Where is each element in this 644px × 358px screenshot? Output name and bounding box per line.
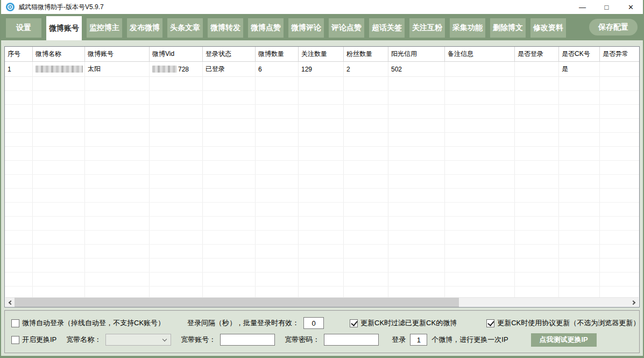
empty-cell (559, 91, 600, 104)
tab-item-6[interactable]: 微博点赞 (248, 18, 284, 38)
empty-cell (445, 133, 515, 146)
column-header-11[interactable]: 是否CK号 (559, 47, 600, 61)
empty-cell (445, 245, 515, 258)
vid-suffix: 728 (178, 66, 189, 73)
broadband-password-input[interactable] (324, 334, 379, 346)
empty-cell (445, 91, 515, 104)
login-count-input[interactable] (410, 334, 427, 346)
column-header-8[interactable]: 阳光信用 (388, 47, 445, 61)
empty-cell (388, 189, 445, 202)
empty-cell (559, 217, 600, 230)
broadband-account-input[interactable] (220, 334, 275, 346)
empty-cell (150, 119, 203, 132)
broadband-password-label: 宽带密码： (285, 335, 320, 345)
empty-cell (600, 147, 640, 160)
save-config-button[interactable]: 保存配置 (589, 19, 638, 35)
empty-cell (559, 105, 600, 118)
column-header-3[interactable]: 微博Vid (150, 47, 203, 61)
empty-cell (344, 91, 388, 104)
protocol-update-checkbox[interactable] (486, 319, 494, 327)
enable-ip-label: 开启更换IP (22, 335, 56, 345)
tab-item-8[interactable]: 评论点赞 (329, 18, 364, 38)
empty-cell (515, 133, 559, 146)
tab-item-10[interactable]: 关注互粉 (409, 18, 445, 38)
broadband-name-select[interactable] (105, 334, 171, 346)
empty-cell (600, 161, 640, 174)
column-header-12[interactable]: 是否异常 (600, 47, 640, 61)
empty-cell (33, 245, 85, 258)
censored-name-block (36, 66, 83, 73)
tab-item-13[interactable]: 修改资料 (530, 18, 566, 38)
empty-cell (150, 273, 203, 286)
column-header-7[interactable]: 粉丝数量 (344, 47, 388, 61)
empty-cell (344, 217, 388, 230)
empty-cell (256, 77, 299, 90)
column-header-5[interactable]: 微博数量 (256, 47, 299, 61)
empty-cell (33, 203, 85, 216)
empty-cell (5, 189, 33, 202)
empty-cell (388, 203, 445, 216)
empty-cell (299, 147, 344, 160)
empty-cell (559, 203, 600, 216)
column-header-9[interactable]: 备注信息 (445, 47, 515, 61)
empty-cell (5, 231, 33, 244)
tab-item-7[interactable]: 微博评论 (288, 18, 324, 38)
empty-cell (150, 189, 203, 202)
name-cell (33, 62, 85, 76)
empty-cell (515, 203, 559, 216)
empty-cell (5, 91, 33, 104)
empty-cell (33, 189, 85, 202)
login-interval-input[interactable] (303, 317, 324, 329)
scroll-right-icon[interactable] (629, 298, 639, 307)
column-header-6[interactable]: 关注数量 (299, 47, 344, 61)
enable-ip-checkbox[interactable] (11, 336, 19, 344)
tab-item-4[interactable]: 头条文章 (167, 18, 203, 38)
empty-cell (388, 133, 445, 146)
table-header-row: 序号微博名称微博账号微博Vid登录状态微博数量关注数量粉丝数量阳光信用备注信息是… (5, 47, 639, 62)
column-header-1[interactable]: 微博名称 (33, 47, 85, 61)
horizontal-scrollbar[interactable] (5, 297, 639, 306)
close-button[interactable]: ✕ (619, 0, 643, 14)
column-header-10[interactable]: 是否登录 (515, 47, 559, 61)
minimize-button[interactable]: — (570, 0, 595, 14)
empty-table-row (5, 203, 639, 217)
test-change-ip-button[interactable]: 点我测试更换IP (531, 333, 597, 347)
column-header-4[interactable]: 登录状态 (203, 47, 256, 61)
table-row[interactable]: 1 太阳 728 已登录 6 129 2 502 是 (5, 62, 639, 77)
auto-login-checkbox[interactable] (11, 319, 19, 327)
empty-cell (33, 259, 85, 272)
tab-item-5[interactable]: 微博转发 (208, 18, 243, 38)
filter-ck-checkbox[interactable] (350, 319, 358, 327)
tab-item-0[interactable]: 设置 (6, 18, 41, 38)
tab-item-1[interactable]: 微博账号 (46, 16, 82, 40)
empty-cell (299, 273, 344, 286)
empty-cell (85, 147, 150, 160)
follow-count-cell: 129 (299, 62, 344, 76)
empty-cell (299, 105, 344, 118)
empty-cell (388, 91, 445, 104)
empty-cell (600, 189, 640, 202)
tab-item-3[interactable]: 发布微博 (127, 18, 162, 38)
serial-cell: 1 (5, 62, 33, 76)
tab-item-11[interactable]: 采集功能 (450, 18, 485, 38)
maximize-button[interactable]: □ (595, 0, 619, 14)
empty-cell (85, 231, 150, 244)
empty-cell (445, 105, 515, 118)
fans-count-cell: 2 (344, 62, 388, 76)
scrollbar-thumb[interactable] (15, 298, 459, 307)
empty-cell (344, 231, 388, 244)
scroll-left-icon[interactable] (5, 298, 15, 307)
column-header-2[interactable]: 微博账号 (85, 47, 150, 61)
auto-login-label: 微博自动登录（掉线自动登，不支持CK账号） (22, 318, 165, 328)
column-header-0[interactable]: 序号 (5, 47, 33, 61)
empty-cell (299, 133, 344, 146)
tab-item-9[interactable]: 超话关签 (369, 18, 405, 38)
empty-cell (150, 231, 203, 244)
empty-cell (344, 203, 388, 216)
empty-table-row (5, 77, 639, 91)
empty-cell (203, 259, 256, 272)
empty-cell (299, 175, 344, 188)
tab-item-2[interactable]: 监控博主 (87, 18, 122, 38)
empty-cell (150, 203, 203, 216)
tab-item-12[interactable]: 删除博文 (490, 18, 526, 38)
